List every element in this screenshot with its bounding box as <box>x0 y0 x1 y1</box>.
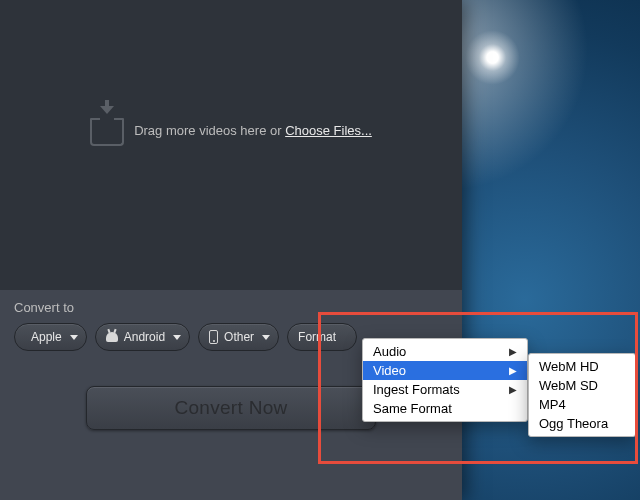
format-button[interactable]: Format <box>287 323 357 351</box>
menu-item-video[interactable]: Video ▶ <box>363 361 527 380</box>
submenu-item-webmsd[interactable]: WebM SD <box>529 376 635 395</box>
menu-item-label: Audio <box>373 344 406 359</box>
apple-button[interactable]: Apple <box>14 323 87 351</box>
menu-item-label: Video <box>373 363 406 378</box>
submenu-item-mp4[interactable]: MP4 <box>529 395 635 414</box>
submenu-item-label: WebM SD <box>539 378 598 393</box>
menu-item-audio[interactable]: Audio ▶ <box>363 342 527 361</box>
other-button[interactable]: Other <box>198 323 279 351</box>
submenu-item-label: Ogg Theora <box>539 416 608 431</box>
drop-prefix: Drag more videos here or <box>134 123 285 138</box>
chevron-right-icon: ▶ <box>509 365 517 376</box>
submenu-item-label: WebM HD <box>539 359 599 374</box>
convert-to-label: Convert to <box>14 300 448 315</box>
drop-zone[interactable]: Drag more videos here or Choose Files... <box>0 40 462 220</box>
caret-down-icon <box>70 335 78 340</box>
convert-now-button[interactable]: Convert Now <box>86 386 376 430</box>
android-icon <box>106 332 118 342</box>
caret-down-icon <box>262 335 270 340</box>
inbox-icon <box>90 120 124 146</box>
choose-files-link[interactable]: Choose Files... <box>285 123 372 138</box>
apple-label: Apple <box>31 330 62 344</box>
format-label: Format <box>298 330 336 344</box>
video-submenu[interactable]: WebM HD WebM SD MP4 Ogg Theora <box>528 353 636 437</box>
submenu-item-ogg[interactable]: Ogg Theora <box>529 414 635 433</box>
galaxy-flare <box>465 30 520 85</box>
menu-item-same[interactable]: Same Format <box>363 399 527 418</box>
submenu-item-label: MP4 <box>539 397 566 412</box>
android-button[interactable]: Android <box>95 323 190 351</box>
drop-text: Drag more videos here or Choose Files... <box>134 123 372 138</box>
format-menu[interactable]: Audio ▶ Video ▶ Ingest Formats ▶ Same Fo… <box>362 338 528 422</box>
menu-item-label: Same Format <box>373 401 452 416</box>
menu-item-ingest[interactable]: Ingest Formats ▶ <box>363 380 527 399</box>
convert-now-label: Convert Now <box>174 397 287 419</box>
chevron-right-icon: ▶ <box>509 346 517 357</box>
caret-down-icon <box>173 335 181 340</box>
menu-item-label: Ingest Formats <box>373 382 460 397</box>
converter-app-window: Drag more videos here or Choose Files...… <box>0 0 462 500</box>
phone-icon <box>209 330 218 344</box>
other-label: Other <box>224 330 254 344</box>
submenu-item-webmhd[interactable]: WebM HD <box>529 357 635 376</box>
chevron-right-icon: ▶ <box>509 384 517 395</box>
android-label: Android <box>124 330 165 344</box>
